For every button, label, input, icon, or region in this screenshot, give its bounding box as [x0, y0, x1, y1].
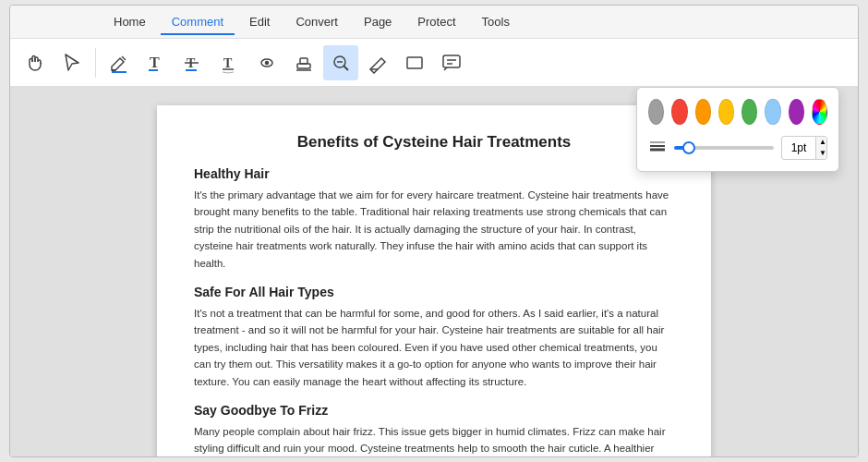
- stamp-icon: [293, 52, 315, 74]
- section-text-2: Many people complain about hair frizz. T…: [194, 423, 674, 456]
- document-page: Benefits of Cysteine Hair Treatments Hea…: [157, 105, 711, 456]
- svg-rect-13: [300, 58, 307, 64]
- menu-comment[interactable]: Comment: [161, 9, 235, 34]
- hand-icon: [24, 52, 46, 74]
- strikethrough-icon: T: [182, 52, 204, 74]
- hand-tool-button[interactable]: [18, 45, 53, 80]
- stroke-slider-container: [674, 146, 774, 150]
- menu-bar: Home Comment Edit Convert Page Protect T…: [10, 6, 858, 39]
- document-title: Benefits of Cysteine Hair Treatments: [194, 133, 674, 152]
- comment-tool-button[interactable]: [434, 45, 469, 80]
- svg-line-1: [122, 56, 126, 60]
- section-text-1: It's not a treatment that can be harmful…: [194, 305, 674, 390]
- section-heading-1: Safe For All Hair Types: [194, 285, 674, 299]
- color-picker-popup: 1pt ▲ ▼: [636, 87, 839, 172]
- swatch-gray[interactable]: [648, 99, 664, 125]
- eraser-icon: [367, 52, 389, 74]
- swatch-red[interactable]: [671, 99, 687, 125]
- text-select-tool-button[interactable]: T: [139, 45, 174, 80]
- swatch-blue-light[interactable]: [765, 99, 780, 125]
- highlight-icon: [108, 52, 130, 74]
- pencil-icon: [256, 52, 278, 74]
- svg-text:T: T: [150, 55, 160, 70]
- stroke-up-button[interactable]: ▲: [816, 137, 827, 148]
- pointer-tool-button[interactable]: [54, 45, 90, 80]
- svg-rect-19: [407, 57, 422, 68]
- swatch-yellow[interactable]: [718, 99, 734, 125]
- app-window: Home Comment Edit Convert Page Protect T…: [9, 5, 859, 457]
- rectangle-tool-button[interactable]: [397, 45, 432, 80]
- draw-tool-button[interactable]: [249, 45, 284, 80]
- separator-1: [95, 48, 96, 78]
- color-swatches: [648, 99, 827, 125]
- text-select-icon: T: [145, 52, 167, 74]
- stroke-row: 1pt ▲ ▼: [648, 136, 827, 160]
- main-content: Benefits of Cysteine Hair Treatments Hea…: [10, 87, 858, 456]
- toolbar: T T T: [10, 39, 858, 87]
- rectangle-icon: [404, 52, 426, 74]
- magnify-tool-button[interactable]: [323, 45, 358, 80]
- swatch-green[interactable]: [741, 99, 757, 125]
- stroke-lines-icon[interactable]: [648, 137, 667, 160]
- svg-text:T: T: [223, 56, 233, 70]
- menu-edit[interactable]: Edit: [238, 9, 281, 34]
- highlight-tool-button[interactable]: [102, 45, 137, 80]
- underline-icon: T: [219, 52, 241, 74]
- swatch-orange[interactable]: [695, 99, 711, 125]
- svg-line-16: [344, 66, 349, 70]
- section-text-0: It's the primary advantage that we aim f…: [194, 187, 674, 272]
- pointer-icon: [61, 52, 83, 74]
- comment-icon: [440, 52, 463, 74]
- stroke-slider[interactable]: [674, 146, 774, 150]
- menu-convert[interactable]: Convert: [284, 9, 349, 34]
- menu-tools[interactable]: Tools: [471, 9, 521, 34]
- stamp-tool-button[interactable]: [286, 45, 321, 80]
- menu-home[interactable]: Home: [102, 9, 157, 34]
- eraser-tool-button[interactable]: [360, 45, 395, 80]
- section-heading-0: Healthy Hair: [194, 166, 674, 181]
- magnify-icon: [330, 52, 352, 74]
- underline-tool-button[interactable]: T: [212, 45, 247, 80]
- menu-page[interactable]: Page: [353, 9, 403, 34]
- stroke-arrows: ▲ ▼: [815, 137, 827, 159]
- strikethrough-tool-button[interactable]: T: [175, 45, 211, 80]
- section-heading-2: Say Goodbye To Frizz: [194, 403, 674, 418]
- svg-rect-20: [443, 55, 460, 67]
- stroke-down-button[interactable]: ▼: [816, 148, 827, 159]
- swatch-rainbow[interactable]: [812, 99, 827, 125]
- menu-protect[interactable]: Protect: [406, 9, 466, 34]
- stroke-value-input[interactable]: 1pt: [782, 139, 815, 157]
- svg-point-11: [266, 61, 269, 64]
- stroke-value-container: 1pt ▲ ▼: [781, 136, 827, 160]
- swatch-purple[interactable]: [789, 99, 804, 125]
